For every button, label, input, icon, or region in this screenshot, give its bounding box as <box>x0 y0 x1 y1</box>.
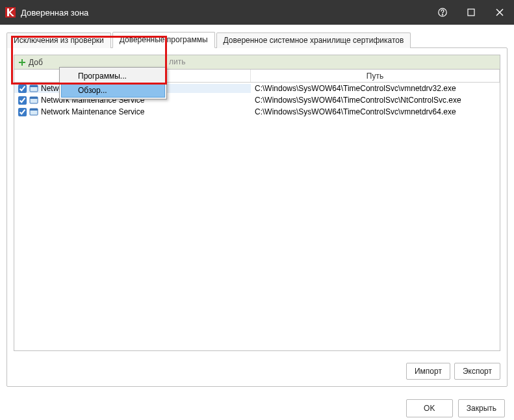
delete-button-partial: лить <box>169 57 185 66</box>
app-logo-icon <box>5 7 16 18</box>
svg-rect-13 <box>30 109 38 111</box>
title-bar: Доверенная зона <box>0 0 514 25</box>
app-icon <box>29 96 38 105</box>
dialog-body: Исключения из проверки Доверенные програ… <box>0 25 514 387</box>
plus-icon <box>18 59 26 66</box>
app-icon <box>29 84 38 93</box>
tab-trusted-cert-store[interactable]: Доверенное системное хранилище сертифика… <box>216 33 411 48</box>
row-checkbox[interactable] <box>18 85 27 93</box>
cell-program: Network Maintenance Service <box>14 107 251 116</box>
dialog-footer: OK Закрыть <box>0 387 514 420</box>
close-dialog-button[interactable]: Закрыть <box>458 399 505 417</box>
close-button[interactable] <box>485 0 514 25</box>
add-button[interactable]: Доб <box>18 58 43 67</box>
column-header-path[interactable]: Путь <box>251 70 500 82</box>
import-button[interactable]: Импорт <box>406 363 450 380</box>
row-program-name: Network Maintenance Service <box>41 107 144 116</box>
window-title: Доверенная зона <box>21 8 88 18</box>
export-button[interactable]: Экспорт <box>454 363 500 380</box>
add-context-menu: Программы... Обзор... <box>59 67 167 99</box>
panel-footer: Импорт Экспорт <box>406 363 500 380</box>
cell-path: C:\Windows\SysWOW64\TimeControlSvc\NtCon… <box>251 96 500 105</box>
ctx-item-programs[interactable]: Программы... <box>61 69 165 83</box>
tab-trusted-programs[interactable]: Доверенные программы <box>112 32 215 48</box>
maximize-button[interactable] <box>457 0 485 25</box>
app-icon <box>29 107 38 116</box>
row-checkbox[interactable] <box>18 96 27 105</box>
svg-point-2 <box>442 14 443 16</box>
tabstrip: Исключения из проверки Доверенные програ… <box>6 31 508 47</box>
add-button-label: Доб <box>29 58 43 67</box>
list-rows: Network Maintenance Service C:\Windows\S… <box>14 83 500 350</box>
help-button[interactable] <box>428 0 457 25</box>
tab-exclusions[interactable]: Исключения из проверки <box>6 33 111 48</box>
title-controls <box>428 0 514 25</box>
table-row[interactable]: Network Maintenance Service C:\Windows\S… <box>14 106 500 118</box>
svg-rect-9 <box>30 85 38 87</box>
svg-rect-11 <box>30 97 38 99</box>
cell-path: C:\Windows\SysWOW64\TimeControlSvc\vmnet… <box>251 84 500 93</box>
svg-rect-3 <box>468 9 474 16</box>
tab-panel: Доб лить Программа Путь <box>6 47 508 387</box>
cell-path: C:\Windows\SysWOW64\TimeControlSvc\vmnet… <box>251 107 500 116</box>
row-checkbox[interactable] <box>18 108 27 116</box>
ctx-item-browse[interactable]: Обзор... <box>61 83 165 98</box>
ok-button[interactable]: OK <box>406 399 453 417</box>
svg-rect-7 <box>19 62 25 63</box>
